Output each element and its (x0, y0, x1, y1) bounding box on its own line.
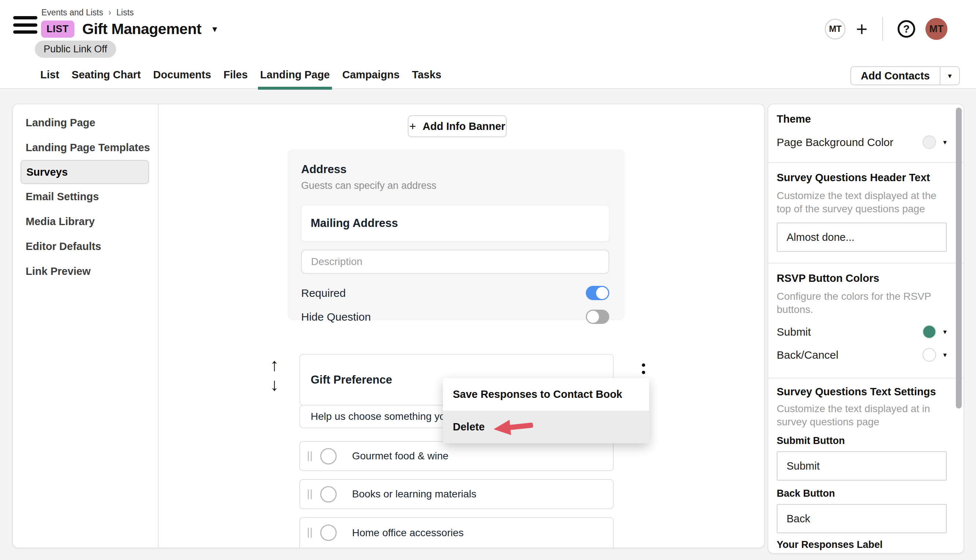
question-context-menu: Save Responses to Contact Book Delete (443, 378, 649, 443)
title-row: LIST Gift Management ▾ (41, 19, 217, 39)
address-description-input[interactable]: Description (301, 250, 609, 274)
breadcrumb: Events and Lists › Lists (42, 7, 134, 18)
color-swatch[interactable] (923, 135, 936, 149)
breadcrumb-events-and-lists[interactable]: Events and Lists (42, 8, 103, 18)
option-label: Home office accessories (352, 527, 464, 539)
app-header: Events and Lists › Lists LIST Gift Manag… (0, 0, 976, 89)
back-button-text-input[interactable]: Back (777, 504, 947, 533)
page-title: Gift Management (82, 20, 202, 38)
radio-button[interactable] (320, 448, 337, 465)
caret-down-icon: ▾ (943, 138, 947, 147)
rsvp-button-colors-heading: RSVP Button Colors (777, 272, 947, 284)
breadcrumb-lists[interactable]: Lists (117, 8, 134, 18)
title-caret-down-icon[interactable]: ▾ (212, 23, 217, 35)
theme-section: Theme Page Background Color ▾ (768, 104, 964, 163)
caret-down-icon: ▾ (943, 351, 947, 359)
drag-handle-icon[interactable] (308, 528, 312, 538)
page-background-color-row: Page Background Color ▾ (777, 135, 947, 149)
sidebar-item-landing-page-templates[interactable]: Landing Page Templates (13, 135, 158, 160)
your-responses-field-label: Your Responses Label (777, 539, 947, 550)
submit-color-row: Submit ▾ (777, 325, 947, 338)
page-background-color-label: Page Background Color (777, 136, 894, 148)
survey-text-settings-heading: Survey Questions Text Settings (777, 386, 947, 398)
menu-item-save-responses[interactable]: Save Responses to Contact Book (443, 378, 649, 411)
tab-list[interactable]: List (40, 60, 59, 89)
survey-text-settings-description: Customize the text displayed at in surve… (777, 402, 947, 428)
drag-handle-icon[interactable] (308, 451, 312, 461)
add-icon[interactable]: + (856, 19, 867, 39)
theme-settings-panel: Theme Page Background Color ▾ Survey Que… (767, 103, 964, 554)
move-up-arrow-icon[interactable]: ↑ (270, 356, 279, 374)
drag-handle-icon[interactable] (308, 489, 312, 499)
header-actions: MT + ? MT (825, 17, 948, 41)
add-contacts-split-button: Add Contacts ▾ (850, 66, 960, 85)
plus-icon: + (409, 120, 416, 133)
rsvp-button-colors-description: Configure the colors for the RSVP button… (777, 290, 947, 316)
option-row: Gourmet food & wine (299, 441, 614, 471)
user-avatar[interactable]: MT (926, 18, 948, 40)
back-button-field-label: Back Button (777, 488, 947, 499)
sidebar-item-link-preview[interactable]: Link Preview (13, 259, 158, 284)
back-cancel-color-picker[interactable]: ▾ (923, 348, 947, 362)
required-toggle-row: Required (301, 286, 609, 300)
panel-scrollbar[interactable] (956, 108, 962, 408)
submit-color-picker[interactable]: ▾ (923, 325, 947, 338)
back-cancel-color-row: Back/Cancel ▾ (777, 348, 947, 362)
survey-header-text-input[interactable]: Almost done... (777, 223, 947, 252)
sidebar-item-email-settings[interactable]: Email Settings (13, 184, 158, 209)
address-card-title: Address (301, 163, 609, 176)
back-cancel-color-label: Back/Cancel (777, 349, 838, 361)
sidebar-item-editor-defaults[interactable]: Editor Defaults (13, 234, 158, 259)
red-pointer-arrow-icon (493, 417, 534, 437)
hide-question-toggle[interactable] (586, 310, 609, 324)
header-divider (882, 17, 883, 41)
address-question-card: Address Guests can specify an address Ma… (287, 149, 625, 320)
sidebar-item-surveys[interactable]: Surveys (20, 160, 149, 184)
tab-landing-page[interactable]: Landing Page (260, 60, 330, 89)
survey-header-text-heading: Survey Questions Header Text (777, 172, 947, 184)
mailing-address-question-input[interactable]: Mailing Address (301, 205, 609, 242)
radio-button[interactable] (320, 525, 337, 541)
page-background-color-picker[interactable]: ▾ (923, 135, 947, 149)
tab-documents[interactable]: Documents (153, 60, 211, 89)
option-row: Books or learning materials (299, 479, 614, 509)
radio-button[interactable] (320, 486, 337, 503)
color-swatch[interactable] (923, 325, 936, 338)
caret-down-icon: ▾ (943, 328, 947, 336)
list-badge: LIST (41, 20, 74, 38)
tab-seating-chart[interactable]: Seating Chart (72, 60, 141, 89)
submit-button-field-label: Submit Button (777, 435, 947, 447)
team-avatar[interactable]: MT (825, 19, 846, 40)
menu-item-delete[interactable]: Delete (443, 411, 649, 443)
tab-campaigns[interactable]: Campaigns (342, 60, 399, 89)
rsvp-button-colors-section: RSVP Button Colors Configure the colors … (768, 263, 964, 378)
option-row: Home office accessories (299, 517, 614, 548)
survey-header-text-section: Survey Questions Header Text Customize t… (768, 163, 964, 263)
hamburger-menu-icon[interactable] (13, 16, 37, 34)
left-nav: Landing Page Landing Page Templates Surv… (13, 104, 159, 548)
sidebar-item-media-library[interactable]: Media Library (13, 209, 158, 234)
hide-question-toggle-row: Hide Question (301, 310, 609, 324)
add-contacts-button[interactable]: Add Contacts (851, 67, 940, 85)
public-link-status-badge[interactable]: Public Link Off (35, 41, 116, 58)
add-info-banner-button[interactable]: + Add Info Banner (408, 115, 507, 137)
option-label: Gourmet food & wine (352, 450, 448, 462)
move-down-arrow-icon[interactable]: ↓ (270, 376, 279, 393)
breadcrumb-separator-icon: › (109, 7, 111, 18)
theme-heading: Theme (777, 113, 947, 125)
survey-header-text-description: Customize the text displayed at the top … (777, 189, 947, 216)
sidebar-item-landing-page[interactable]: Landing Page (13, 110, 158, 135)
tab-bar: List Seating Chart Documents Files Landi… (40, 60, 441, 89)
address-card-subtitle: Guests can specify an address (301, 180, 609, 192)
required-toggle[interactable] (586, 286, 609, 300)
submit-button-text-input[interactable]: Submit (777, 451, 947, 480)
help-icon[interactable]: ? (897, 20, 915, 38)
tab-files[interactable]: Files (224, 60, 248, 89)
hide-question-label: Hide Question (301, 311, 371, 323)
color-swatch[interactable] (923, 348, 936, 362)
active-tab-underline (258, 87, 332, 90)
add-info-banner-label: Add Info Banner (423, 120, 506, 132)
tab-tasks[interactable]: Tasks (412, 60, 441, 89)
required-label: Required (301, 287, 346, 299)
add-contacts-caret-down-icon[interactable]: ▾ (940, 67, 959, 85)
